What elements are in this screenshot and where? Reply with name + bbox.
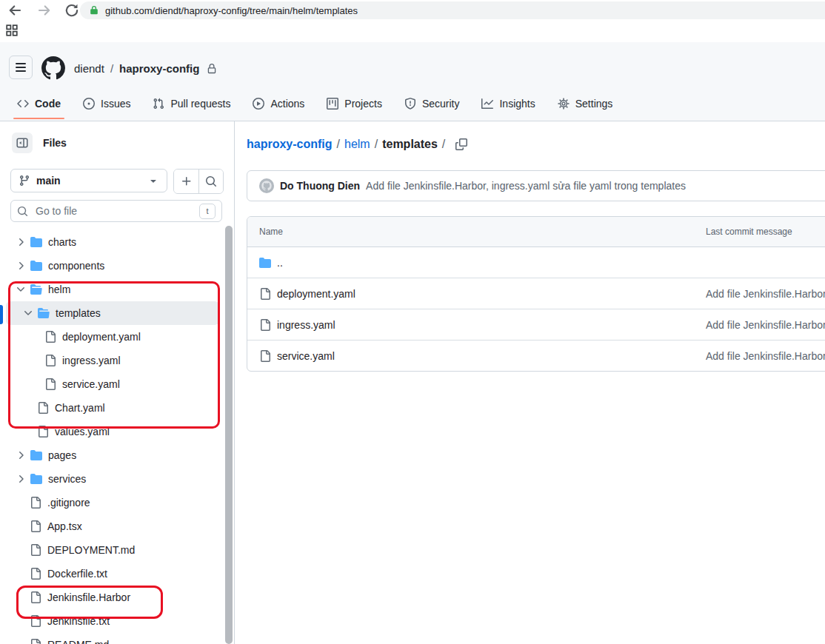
tree-item-label: ingress.yaml bbox=[62, 355, 121, 366]
secure-lock-icon[interactable] bbox=[89, 5, 99, 16]
tree-item-README.md[interactable]: README.md bbox=[6, 633, 219, 644]
table-body: ..deployment.yamlAdd file Jenkinsfile.Ha… bbox=[247, 247, 825, 371]
tree-item-deployment.yaml[interactable]: deployment.yaml bbox=[6, 325, 219, 349]
breadcrumb-trailing-slash: / bbox=[442, 138, 445, 151]
breadcrumb-dir-link[interactable]: helm bbox=[344, 138, 370, 151]
row-commit-message[interactable]: Add file Jenkinsfile.Harbor, bbox=[706, 319, 825, 331]
files-header: Files bbox=[12, 133, 67, 153]
private-repo-lock-icon bbox=[207, 64, 217, 74]
search-icon bbox=[17, 206, 28, 217]
repo-nav-tabs: Code Issues Pull requests Actions Projec… bbox=[6, 88, 624, 119]
chevron-down-icon bbox=[22, 307, 34, 319]
tree-item-templates[interactable]: templates bbox=[6, 301, 219, 325]
tree-actions bbox=[173, 169, 224, 194]
file-icon bbox=[44, 378, 56, 390]
breadcrumb-separator: / bbox=[375, 138, 378, 151]
tree-item-label: Jenkinsfile.Harbor bbox=[47, 591, 130, 603]
tab-projects-label: Projects bbox=[344, 98, 382, 110]
apps-grid-icon[interactable] bbox=[6, 24, 18, 39]
collapse-file-tree-button[interactable] bbox=[12, 133, 33, 153]
hamburger-menu-button[interactable] bbox=[9, 56, 33, 79]
tree-item-label: DEPLOYMENT.md bbox=[47, 544, 135, 556]
tab-code-label: Code bbox=[35, 98, 61, 110]
tree-item-label: .gitignore bbox=[47, 497, 90, 509]
tree-item-label: components bbox=[48, 260, 104, 272]
tree-item-DEPLOYMENT.md[interactable]: DEPLOYMENT.md bbox=[6, 538, 219, 562]
tree-item-pages[interactable]: pages bbox=[6, 443, 219, 467]
tree-item-label: service.yaml bbox=[62, 378, 120, 390]
tab-insights[interactable]: Insights bbox=[470, 88, 546, 119]
tab-code[interactable]: Code bbox=[6, 88, 72, 119]
tree-item-Dockerfile.txt[interactable]: Dockerfile.txt bbox=[6, 562, 219, 586]
chevron-down-icon bbox=[15, 284, 27, 295]
breadcrumb-repo-link[interactable]: haproxy-config bbox=[247, 138, 333, 151]
file-icon bbox=[30, 520, 41, 532]
breadcrumb-current: templates bbox=[382, 138, 438, 151]
table-row-service.yaml[interactable]: service.yamlAdd file Jenkinsfile.Harbor, bbox=[247, 341, 825, 371]
branch-selector[interactable]: main bbox=[10, 169, 167, 192]
url-bar[interactable]: github.com/diendt/haproxy-config/tree/ma… bbox=[80, 1, 825, 19]
tab-security[interactable]: Security bbox=[393, 88, 471, 119]
tree-item-components[interactable]: components bbox=[6, 254, 219, 278]
copy-path-icon[interactable] bbox=[455, 138, 467, 150]
forward-icon[interactable] bbox=[37, 3, 52, 18]
files-title: Files bbox=[43, 137, 67, 149]
tree-item-values.yaml[interactable]: values.yaml bbox=[6, 420, 219, 443]
folder-icon bbox=[38, 307, 50, 319]
latest-commit-bar[interactable]: Do Thuong Dien Add file Jenkinsfile.Harb… bbox=[247, 170, 825, 201]
file-icon bbox=[259, 350, 271, 362]
tree-item-label: App.tsx bbox=[47, 520, 82, 532]
commit-author-avatar[interactable] bbox=[259, 178, 274, 193]
tab-actions[interactable]: Actions bbox=[241, 88, 315, 119]
tree-item-Jenkinsfile.Harbor[interactable]: Jenkinsfile.Harbor bbox=[6, 586, 219, 609]
tab-projects[interactable]: Projects bbox=[315, 88, 393, 119]
shortcut-key-badge: t bbox=[199, 204, 216, 219]
commit-author[interactable]: Do Thuong Dien bbox=[280, 180, 360, 192]
file-icon bbox=[259, 288, 271, 300]
back-icon[interactable] bbox=[7, 3, 22, 18]
row-file-name[interactable]: service.yaml bbox=[277, 350, 335, 362]
tree-item-helm[interactable]: helm bbox=[6, 278, 219, 301]
tab-pull-requests[interactable]: Pull requests bbox=[141, 88, 241, 119]
tree-item-ingress.yaml[interactable]: ingress.yaml bbox=[6, 349, 219, 372]
tab-actions-label: Actions bbox=[270, 98, 304, 110]
table-row-ingress.yaml[interactable]: ingress.yamlAdd file Jenkinsfile.Harbor, bbox=[247, 309, 825, 341]
tree-item-service.yaml[interactable]: service.yaml bbox=[6, 372, 219, 396]
tree-item-label: deployment.yaml bbox=[62, 331, 141, 343]
branch-row: main bbox=[10, 169, 224, 194]
tree-item-services[interactable]: services bbox=[6, 467, 219, 491]
sidebar-scrollbar[interactable] bbox=[225, 226, 233, 644]
row-commit-message[interactable]: Add file Jenkinsfile.Harbor, bbox=[706, 350, 825, 362]
row-file-name[interactable]: ingress.yaml bbox=[277, 319, 335, 331]
tree-item-Jenkinsfile.txt[interactable]: Jenkinsfile.txt bbox=[6, 609, 219, 633]
table-row-deployment.yaml[interactable]: deployment.yamlAdd file Jenkinsfile.Harb… bbox=[247, 278, 825, 309]
go-to-file-search[interactable]: t bbox=[10, 200, 222, 222]
go-to-file-input[interactable] bbox=[34, 204, 193, 218]
tab-issues[interactable]: Issues bbox=[72, 88, 141, 119]
row-file-name[interactable]: .. bbox=[277, 257, 283, 269]
repo-title: diendt / haproxy-config bbox=[74, 62, 217, 75]
refresh-icon[interactable] bbox=[64, 3, 79, 18]
tree-item-charts[interactable]: charts bbox=[6, 230, 219, 254]
row-commit-message[interactable]: Add file Jenkinsfile.Harbor, bbox=[706, 288, 825, 300]
tree-item-App.tsx[interactable]: App.tsx bbox=[6, 514, 219, 538]
tree-item-.gitignore[interactable]: .gitignore bbox=[6, 491, 219, 514]
breadcrumb: haproxy-config / helm / templates / bbox=[247, 138, 467, 151]
search-tree-button[interactable] bbox=[198, 170, 223, 193]
tab-issues-label: Issues bbox=[101, 98, 130, 110]
title-separator: / bbox=[110, 62, 113, 75]
repo-owner-link[interactable]: diendt bbox=[74, 62, 104, 75]
chevron-right-icon bbox=[15, 449, 27, 461]
tree-item-Chart.yaml[interactable]: Chart.yaml bbox=[6, 396, 219, 420]
commit-message[interactable]: Add file Jenkinsfile.Harbor, ingress.yam… bbox=[366, 180, 686, 192]
github-logo-icon[interactable] bbox=[41, 56, 65, 83]
add-file-button[interactable] bbox=[174, 170, 198, 193]
folder-icon bbox=[30, 260, 42, 272]
table-row-..[interactable]: .. bbox=[247, 247, 825, 278]
browser-chrome: github.com/diendt/haproxy-config/tree/ma… bbox=[0, 0, 825, 43]
tree-item-label: Chart.yaml bbox=[55, 402, 105, 414]
file-list-table: Name Last commit message ..deployment.ya… bbox=[247, 216, 825, 372]
row-file-name[interactable]: deployment.yaml bbox=[277, 288, 355, 300]
tab-settings[interactable]: Settings bbox=[547, 88, 624, 119]
repo-name-link[interactable]: haproxy-config bbox=[119, 62, 199, 75]
